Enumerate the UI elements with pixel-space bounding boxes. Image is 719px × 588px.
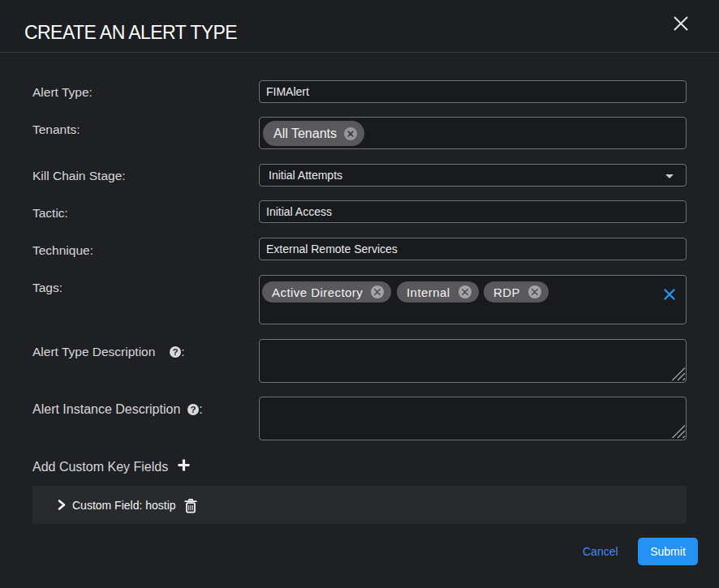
svg-text:?: ?	[191, 405, 196, 414]
svg-text:?: ?	[173, 347, 179, 357]
